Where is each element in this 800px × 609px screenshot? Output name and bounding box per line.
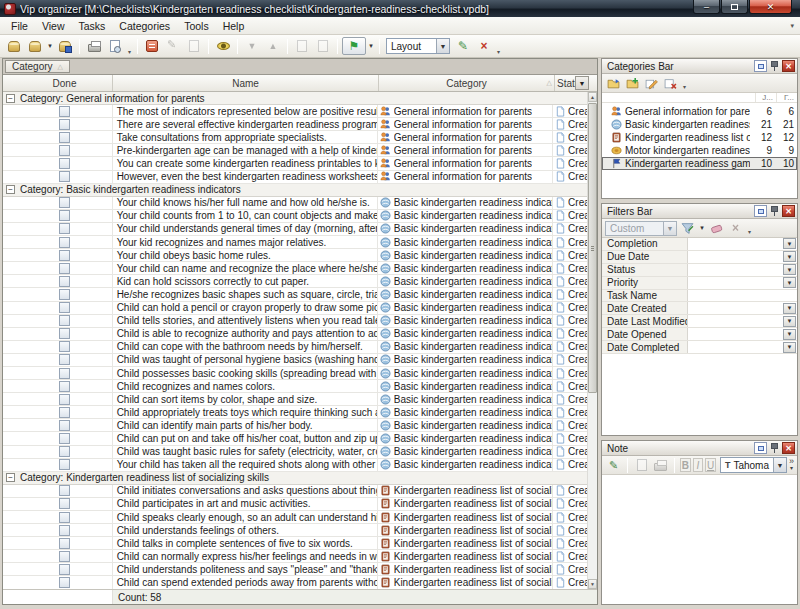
done-checkbox[interactable] xyxy=(59,289,70,300)
done-checkbox[interactable] xyxy=(59,538,70,549)
filters-toolbar-overflow-icon[interactable]: ▾ xyxy=(746,228,753,237)
task-row[interactable]: Child talks in complete sentences of fiv… xyxy=(3,537,587,550)
task-row[interactable]: Child can hold a pencil or crayon proper… xyxy=(3,302,587,315)
pin-panel-button[interactable] xyxy=(768,60,781,72)
task-row[interactable]: Child can sort items by color, shape and… xyxy=(3,393,587,406)
italic-button[interactable]: I xyxy=(693,458,704,472)
category-tree-item[interactable]: Basic kindergarten readiness indicators2… xyxy=(602,118,797,131)
filter-value-field[interactable] xyxy=(688,277,783,289)
done-checkbox[interactable] xyxy=(59,420,70,431)
task-row[interactable]: Your child has taken all the required sh… xyxy=(3,459,587,472)
move-down-button[interactable]: ▼ xyxy=(242,36,262,56)
filter-dropdown-button[interactable]: ▼ xyxy=(783,251,796,262)
new-category-button[interactable] xyxy=(605,75,622,91)
delete-layout-button[interactable]: × xyxy=(474,36,494,56)
task-row[interactable]: Child tells stories, and attentively lis… xyxy=(3,315,587,328)
menu-overflow-icon[interactable]: ▾ xyxy=(790,22,794,30)
filter-value-field[interactable] xyxy=(688,302,783,314)
done-checkbox[interactable] xyxy=(59,197,70,208)
task-row[interactable]: Kid can hold scissors correctly to cut p… xyxy=(3,275,587,288)
done-checkbox[interactable] xyxy=(59,354,70,365)
done-checkbox[interactable] xyxy=(59,328,70,339)
group-header-row[interactable]: −Category: Basic kindergarten readiness … xyxy=(3,184,587,197)
filter-dropdown-button[interactable]: ▼ xyxy=(783,342,796,353)
done-checkbox[interactable] xyxy=(59,250,70,261)
move-up-button[interactable]: ▲ xyxy=(263,36,283,56)
categories-toolbar-overflow-icon[interactable]: ▾ xyxy=(681,83,688,92)
task-row[interactable]: Your child obeys basic home rules.Basic … xyxy=(3,249,587,262)
flag-view-button[interactable]: ⚑ xyxy=(342,37,366,55)
task-row[interactable]: Child appropriately treats toys which re… xyxy=(3,406,587,419)
float-panel-button[interactable] xyxy=(754,442,767,454)
done-checkbox[interactable] xyxy=(59,106,70,117)
task-row[interactable]: Your child knows his/her full name and h… xyxy=(3,197,587,210)
done-checkbox[interactable] xyxy=(59,446,70,457)
task-row[interactable]: You can create some kindergarten readine… xyxy=(3,157,587,170)
done-checkbox[interactable] xyxy=(59,512,70,523)
edit-note-button[interactable]: ✎ xyxy=(605,457,622,473)
new-subcategory-button[interactable] xyxy=(624,75,641,91)
task-row[interactable]: Pre-kindergarten age can be managed with… xyxy=(3,144,587,157)
group-header-row[interactable]: −Category: General information for paren… xyxy=(3,92,587,105)
collapse-icon[interactable]: − xyxy=(6,185,15,194)
collapse-all-button[interactable] xyxy=(313,36,333,56)
pin-panel-button[interactable] xyxy=(768,205,781,217)
float-panel-button[interactable] xyxy=(754,205,767,217)
done-checkbox[interactable] xyxy=(59,158,70,169)
done-checkbox[interactable] xyxy=(59,171,70,182)
edit-category-button[interactable] xyxy=(643,75,660,91)
menu-file[interactable]: File xyxy=(4,18,35,34)
filter-dropdown-button[interactable]: ▼ xyxy=(783,238,796,249)
note-print-button[interactable] xyxy=(652,457,669,473)
done-checkbox[interactable] xyxy=(59,263,70,274)
task-row[interactable]: Your child counts from 1 to 10, can coun… xyxy=(3,210,587,223)
scroll-down-icon[interactable]: ▼ xyxy=(588,579,597,589)
note-content[interactable] xyxy=(602,475,797,604)
done-checkbox[interactable] xyxy=(59,394,70,405)
filter-dropdown-button[interactable]: ▼ xyxy=(783,329,796,340)
done-checkbox[interactable] xyxy=(59,223,70,234)
filter-value-field[interactable] xyxy=(688,328,783,340)
categories-count-header-1[interactable]: J... xyxy=(755,93,776,102)
scroll-up-icon[interactable]: ▲ xyxy=(588,92,597,102)
view-task-button[interactable] xyxy=(213,36,233,56)
task-row[interactable]: Child possesses basic cooking skills (sp… xyxy=(3,367,587,380)
task-row[interactable]: Your child understands general times of … xyxy=(3,223,587,236)
open-database-dropdown-icon[interactable]: ▾ xyxy=(46,42,54,50)
task-row[interactable]: Child recognizes and names colors.Basic … xyxy=(3,380,587,393)
task-row[interactable]: Child understands politeness and says "p… xyxy=(3,563,587,576)
done-checkbox[interactable] xyxy=(59,145,70,156)
note-toolbar-overflow[interactable]: » ▾ xyxy=(789,458,794,472)
column-header-status[interactable]: Status▼ xyxy=(555,75,589,91)
open-database-button[interactable] xyxy=(25,36,45,56)
save-layout-button[interactable]: ✎ xyxy=(453,36,473,56)
expand-all-button[interactable] xyxy=(292,36,312,56)
scrollbar-thumb[interactable] xyxy=(588,103,597,393)
done-checkbox[interactable] xyxy=(59,119,70,130)
filter-value-field[interactable] xyxy=(688,290,797,302)
close-button[interactable]: ✕ xyxy=(749,0,792,14)
task-row[interactable]: There are several effective kindergarten… xyxy=(3,118,587,131)
done-checkbox[interactable] xyxy=(59,368,70,379)
category-tree-item[interactable]: Motor kindergarten readiness activities9… xyxy=(602,144,797,157)
filter-value-field[interactable] xyxy=(688,315,783,327)
note-preview-button[interactable] xyxy=(633,457,650,473)
task-row[interactable]: He/she recognizes basic shapes such as s… xyxy=(3,288,587,301)
menu-help[interactable]: Help xyxy=(216,18,252,34)
done-checkbox[interactable] xyxy=(59,341,70,352)
menu-categories[interactable]: Categories xyxy=(112,18,177,34)
task-row[interactable]: Child is able to recognize authority and… xyxy=(3,328,587,341)
close-panel-button[interactable]: ✕ xyxy=(782,205,795,217)
delete-task-button[interactable] xyxy=(184,36,204,56)
edit-task-button[interactable] xyxy=(163,36,183,56)
close-panel-button[interactable]: ✕ xyxy=(782,60,795,72)
task-row[interactable]: Child can spend extended periods away fr… xyxy=(3,576,587,589)
task-row[interactable]: Child was taught basic rules for safety … xyxy=(3,446,587,459)
apply-filter-dropdown-icon[interactable]: ▾ xyxy=(698,224,706,232)
delete-category-button[interactable] xyxy=(662,75,679,91)
task-row[interactable]: Child initiates conversations and asks q… xyxy=(3,485,587,498)
flag-view-dropdown-icon[interactable]: ▾ xyxy=(367,42,375,50)
delete-filter-button[interactable]: × xyxy=(727,220,744,236)
clear-filter-button[interactable] xyxy=(708,220,725,236)
done-checkbox[interactable] xyxy=(59,237,70,248)
